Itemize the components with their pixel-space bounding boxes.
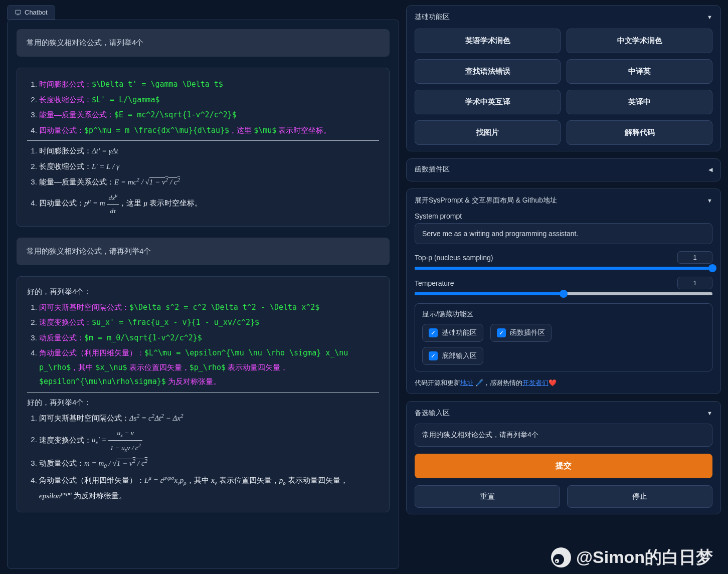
advanced-card: 展开SysPrompt & 交互界面布局 & Github地址 ▼ System… [406,188,721,394]
repo-link[interactable]: 地址 [460,379,473,387]
chevron-down-icon: ▼ [707,14,712,20]
user-message: 常用的狭义相对论公式，请再列举4个 [17,238,390,265]
alt-input-card: 备选输入区 ▼ 提交 重置 停止 [406,401,721,514]
weibo-icon [550,546,572,568]
tab-label: Chatbot [25,9,48,16]
plugins-card[interactable]: 函数插件区 ◀ [406,158,721,181]
toggle-bottom-input[interactable]: ✓ 底部输入区 [422,347,483,365]
system-prompt-input[interactable] [415,223,712,244]
chat-icon [15,9,22,16]
toggle-plugins[interactable]: ✓ 函数插件区 [490,324,552,342]
basic-functions-card: 基础功能区 ▼ 英语学术润色 中文学术润色 查找语法错误 中译英 学术中英互译 … [406,5,721,151]
user-message: 常用的狭义相对论公式，请列举4个 [17,29,390,57]
svg-point-4 [556,560,557,562]
fn-btn-explain-code[interactable]: 解释代码 [567,120,712,145]
temperature-slider[interactable] [415,292,712,295]
svg-rect-0 [16,10,21,14]
topp-value[interactable]: 1 [677,251,712,264]
fn-btn-academic-translate[interactable]: 学术中英互译 [415,90,561,114]
topp-label: Top-p (nucleus sampling) [415,254,493,262]
heart-icon: ❤️ [549,379,557,387]
check-icon: ✓ [497,328,506,337]
toggle-basic[interactable]: ✓ 基础功能区 [422,324,483,342]
svg-point-2 [553,554,564,565]
credit-line: 代码开源和更新地址 🖊️，感谢热情的开发者们❤️ [415,378,712,388]
temperature-value[interactable]: 1 [677,277,712,289]
chat-area: 常用的狭义相对论公式，请列举4个 时间膨胀公式：$\Delta t' = \ga… [7,20,399,569]
temperature-label: Temperature [415,279,454,287]
stop-button[interactable]: 停止 [567,485,712,508]
system-prompt-label: System prompt [415,212,712,220]
fn-btn-en-to-zh[interactable]: 英译中 [567,90,712,114]
watermark: @Simon的白日梦 [550,546,713,569]
toggle-title: 显示/隐藏功能区 [422,310,705,319]
fn-btn-grammar-check[interactable]: 查找语法错误 [415,59,561,84]
bot-message: 好的，再列举4个： 闵可夫斯基时空间隔公式：$\Delta s^2 = c^2 … [17,276,390,512]
card-header-altinput[interactable]: 备选输入区 ▼ [415,408,712,420]
card-header-basic[interactable]: 基础功能区 ▼ [415,12,712,24]
fn-btn-english-polish[interactable]: 英语学术润色 [415,29,561,53]
fn-btn-zh-to-en[interactable]: 中译英 [567,59,712,84]
tab-chatbot[interactable]: Chatbot [7,5,55,20]
chevron-down-icon: ▼ [707,198,712,204]
fn-btn-chinese-polish[interactable]: 中文学术润色 [567,29,712,53]
visibility-toggle-box: 显示/隐藏功能区 ✓ 基础功能区 ✓ 函数插件区 ✓ 底部输入区 [415,303,712,371]
devs-link[interactable]: 开发者们 [522,379,549,387]
submit-button[interactable]: 提交 [415,454,712,478]
check-icon: ✓ [429,351,438,360]
divider [27,140,379,141]
fn-btn-find-image[interactable]: 找图片 [415,120,561,145]
check-icon: ✓ [429,328,438,337]
topp-slider[interactable] [415,267,712,270]
chevron-down-icon: ▼ [707,410,712,416]
divider [27,392,379,393]
bot-message: 时间膨胀公式：$\Delta t' = \gamma \Delta t$ 长度收… [17,68,390,227]
card-header-advanced[interactable]: 展开SysPrompt & 交互界面布局 & Github地址 ▼ [415,195,712,207]
reset-button[interactable]: 重置 [415,485,560,508]
alt-input-field[interactable] [415,424,712,447]
chevron-left-icon: ◀ [708,166,712,173]
